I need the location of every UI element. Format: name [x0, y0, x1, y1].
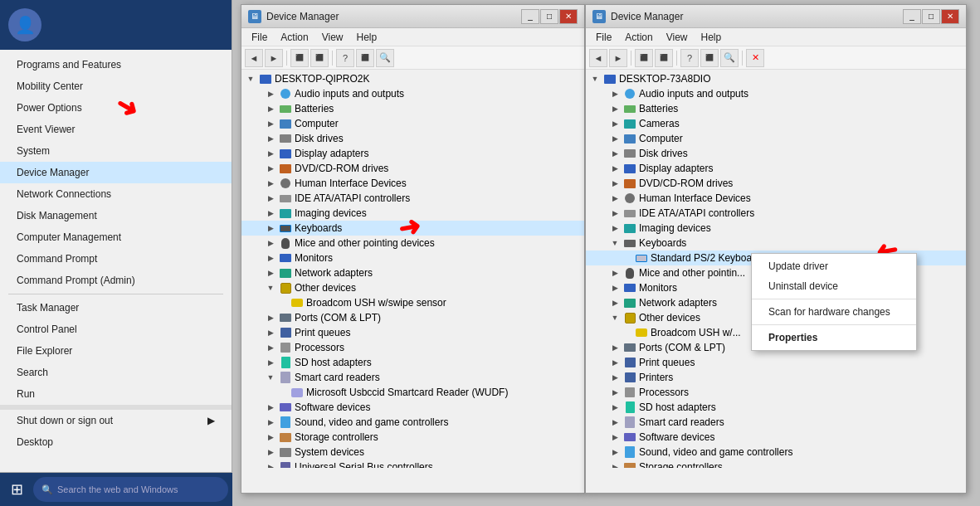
- menu-device-manager[interactable]: Device Manager: [0, 162, 232, 183]
- dm2-min-btn[interactable]: _: [903, 9, 921, 24]
- dm2-item-smart[interactable]: ▶ Smart card readers: [586, 415, 966, 430]
- dm1-item-proc[interactable]: ▶ Processors: [241, 340, 584, 355]
- dm1-item-disk[interactable]: ▶ Disk drives: [241, 131, 584, 146]
- dm1-btn6[interactable]: ⬛: [356, 49, 374, 67]
- dm2-item-disk[interactable]: ▶ Disk drives: [586, 146, 966, 161]
- dm2-item-proc[interactable]: ▶ Processors: [586, 385, 966, 400]
- dm2-btn6[interactable]: ⬛: [700, 49, 719, 67]
- dm1-item-ports[interactable]: ▶ Ports (COM & LPT): [241, 310, 584, 325]
- dm1-item-print[interactable]: ▶ Print queues: [241, 325, 584, 340]
- dm2-search-btn[interactable]: 🔍: [720, 49, 739, 67]
- dm2-btn4[interactable]: ⬛: [655, 49, 673, 67]
- dm1-item-display[interactable]: ▶ Display adapters: [241, 146, 584, 161]
- dm1-item-usb[interactable]: ▶ Universal Serial Bus controllers: [241, 460, 584, 468]
- dm1-item-computer[interactable]: ▶ Computer: [241, 116, 584, 131]
- dm2-item-audio[interactable]: ▶ Audio inputs and outputs: [586, 86, 966, 101]
- dm1-item-ide[interactable]: ▶ IDE ATA/ATAPI controllers: [241, 191, 584, 206]
- dm2-item-sw[interactable]: ▶ Software devices: [586, 430, 966, 445]
- dm1-menu-action[interactable]: Action: [274, 30, 314, 45]
- dm2-item-kbd[interactable]: ▼ Keyboards: [586, 236, 966, 251]
- dm2-back-btn[interactable]: ◄: [589, 49, 607, 67]
- dm1-close-btn[interactable]: ✕: [559, 9, 578, 24]
- menu-power[interactable]: Power Options: [0, 97, 232, 119]
- ctx-scan[interactable]: Scan for hardware changes: [752, 302, 916, 322]
- dm2-fwd-btn[interactable]: ►: [609, 49, 627, 67]
- dm2-item-disp[interactable]: ▶ Display adapters: [586, 161, 966, 176]
- menu-system[interactable]: System: [0, 140, 232, 162]
- dm2-root[interactable]: ▼ DESKTOP-73A8DIO: [586, 71, 966, 86]
- dm1-root[interactable]: ▼ DESKTOP-QIPRO2K: [241, 71, 584, 86]
- dm1-item-hid[interactable]: ▶ Human Interface Devices: [241, 176, 584, 191]
- dm1-item-mice[interactable]: ▶ Mice and other pointing devices: [241, 236, 584, 251]
- menu-search[interactable]: Search: [0, 362, 232, 383]
- dm1-item-mscard[interactable]: Microsoft Usbccid Smartcard Reader (WUDF…: [241, 385, 584, 400]
- dm1-menu-file[interactable]: File: [245, 30, 274, 45]
- dm2-menu-action[interactable]: Action: [618, 30, 659, 45]
- dm2-max-btn[interactable]: □: [922, 9, 940, 24]
- dm1-item-sound[interactable]: ▶ Sound, video and game controllers: [241, 415, 584, 430]
- menu-cmd-admin[interactable]: Command Prompt (Admin): [0, 270, 232, 291]
- dm1-item-monitors[interactable]: ▶ Monitors: [241, 251, 584, 265]
- dm1-item-imaging[interactable]: ▶ Imaging devices: [241, 206, 584, 221]
- menu-event[interactable]: Event Viewer: [0, 119, 232, 140]
- dm1-fwd-btn[interactable]: ►: [265, 49, 283, 67]
- dm1-item-batteries[interactable]: ▶ Batteries: [241, 101, 584, 116]
- dm2-menu-help[interactable]: Help: [695, 30, 729, 45]
- ctx-uninstall[interactable]: Uninstall device: [752, 276, 916, 296]
- dm2-close-btn[interactable]: ✕: [941, 9, 959, 24]
- menu-explorer[interactable]: File Explorer: [0, 340, 232, 362]
- search-bar[interactable]: 🔍 Search the web and Windows: [33, 477, 228, 502]
- dm2-del-btn[interactable]: ✕: [746, 49, 764, 67]
- dm1-item-keyboards[interactable]: ▶ Keyboards: [241, 221, 584, 236]
- menu-mobility[interactable]: Mobility Center: [0, 75, 232, 97]
- menu-network[interactable]: Network Connections: [0, 183, 232, 205]
- dm1-menu-help[interactable]: Help: [350, 30, 384, 45]
- menu-computer-mgmt[interactable]: Computer Management: [0, 226, 232, 248]
- ctx-properties[interactable]: Properties: [752, 328, 916, 348]
- dm2-item-cam[interactable]: ▶ Cameras: [586, 116, 966, 131]
- dm2-item-ide[interactable]: ▶ IDE ATA/ATAPI controllers: [586, 206, 966, 221]
- dm2-item-bat[interactable]: ▶ Batteries: [586, 101, 966, 116]
- dm1-max-btn[interactable]: □: [540, 9, 558, 24]
- dm2-item-sd[interactable]: ▶ SD host adapters: [586, 400, 966, 415]
- menu-task-mgr[interactable]: Task Manager: [0, 297, 232, 319]
- dm2-menu-file[interactable]: File: [589, 30, 618, 45]
- dm2-item-hid[interactable]: ▶ Human Interface Devices: [586, 191, 966, 206]
- menu-shutdown[interactable]: Shut down or sign out ▶: [0, 410, 232, 431]
- windows-button[interactable]: ⊞: [0, 473, 33, 506]
- dm2-item-stor[interactable]: ▶ Storage controllers: [586, 460, 966, 468]
- dm1-btn4[interactable]: ⬛: [310, 49, 329, 67]
- dm1-item-broadcom[interactable]: Broadcom USH w/swipe sensor: [241, 295, 584, 310]
- dm1-btn3[interactable]: ⬛: [290, 49, 309, 67]
- menu-disk[interactable]: Disk Management: [0, 205, 232, 226]
- menu-control[interactable]: Control Panel: [0, 319, 232, 340]
- menu-run[interactable]: Run: [0, 383, 232, 405]
- dm2-item-img[interactable]: ▶ Imaging devices: [586, 221, 966, 236]
- dm1-item-sysdev[interactable]: ▶ System devices: [241, 445, 584, 460]
- dm2-item-printq[interactable]: ▶ Print queues: [586, 355, 966, 370]
- dm1-item-sd[interactable]: ▶ SD host adapters: [241, 355, 584, 370]
- menu-desktop[interactable]: Desktop: [0, 431, 232, 453]
- menu-programs[interactable]: Programs and Features: [0, 54, 232, 75]
- dm2-btn3[interactable]: ⬛: [635, 49, 653, 67]
- dm1-help-btn[interactable]: ?: [336, 49, 354, 67]
- dm2-item-dvd[interactable]: ▶ DVD/CD-ROM drives: [586, 176, 966, 191]
- dm2-help-btn[interactable]: ?: [680, 49, 699, 67]
- dm2-menu-view[interactable]: View: [660, 30, 695, 45]
- dm2-item-comp[interactable]: ▶ Computer: [586, 131, 966, 146]
- dm1-item-storage[interactable]: ▶ Storage controllers: [241, 430, 584, 445]
- menu-cmd[interactable]: Command Prompt: [0, 248, 232, 270]
- dm2-item-printers[interactable]: ▶ Printers: [586, 370, 966, 385]
- dm1-menu-view[interactable]: View: [315, 30, 350, 45]
- dm1-min-btn[interactable]: _: [521, 9, 539, 24]
- dm1-item-other[interactable]: ▼ Other devices: [241, 280, 584, 295]
- dm2-item-snd[interactable]: ▶ Sound, video and game controllers: [586, 445, 966, 460]
- ctx-update-driver[interactable]: Update driver: [752, 256, 916, 276]
- dm1-item-software[interactable]: ▶ Software devices: [241, 400, 584, 415]
- dm1-search-btn[interactable]: 🔍: [376, 49, 394, 67]
- dm1-item-dvd[interactable]: ▶ DVD/CD-ROM drives: [241, 161, 584, 176]
- dm1-back-btn[interactable]: ◄: [245, 49, 263, 67]
- dm1-item-network[interactable]: ▶ Network adapters: [241, 265, 584, 280]
- dm1-item-smart[interactable]: ▼ Smart card readers: [241, 370, 584, 385]
- dm1-item-audio[interactable]: ▶ Audio inputs and outputs: [241, 86, 584, 101]
